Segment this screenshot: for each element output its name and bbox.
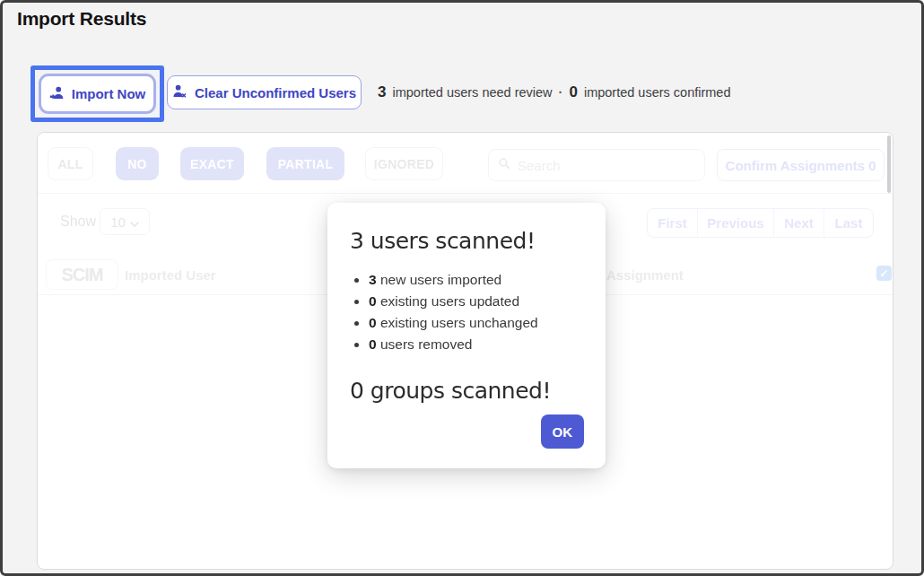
panel-scrollbar[interactable] xyxy=(887,135,891,193)
removed-users-text: users removed xyxy=(380,336,473,352)
need-review-text: imported users need review xyxy=(392,85,552,100)
page-size-value: 10 xyxy=(110,214,126,230)
import-now-button[interactable]: Import Now xyxy=(39,74,156,114)
import-results-page: Import Results Import Now Clear Unconfir… xyxy=(0,0,924,576)
need-review-count: 3 xyxy=(378,83,386,101)
confirm-assignments-button[interactable]: Confirm Assignments 0 xyxy=(717,149,885,181)
page-title: Import Results xyxy=(17,8,146,30)
unchanged-users-text: existing users unchanged xyxy=(380,315,538,330)
list-item: 0 existing users unchanged xyxy=(369,312,583,334)
import-now-label: Import Now xyxy=(72,86,146,101)
pagination-last-button[interactable]: Last xyxy=(824,209,873,237)
show-label: Show xyxy=(60,214,96,230)
search-box xyxy=(488,149,705,181)
filter-all[interactable]: ALL xyxy=(48,147,93,180)
list-item: 0 existing users updated xyxy=(369,291,583,312)
filter-partial[interactable]: PARTIAL xyxy=(266,147,344,180)
user-remove-icon xyxy=(172,83,187,101)
filter-no[interactable]: NO xyxy=(116,147,159,180)
filter-ignored[interactable]: IGNORED xyxy=(365,147,443,180)
scim-logo: SCIM xyxy=(46,259,118,290)
unchanged-users-count: 0 xyxy=(369,315,377,330)
toolbar-divider xyxy=(38,193,893,194)
removed-users-count: 0 xyxy=(369,336,377,352)
chevron-down-icon xyxy=(130,214,139,230)
checkmark-icon: ✓ xyxy=(879,267,888,280)
groups-scanned-heading: 0 groups scanned! xyxy=(350,378,583,404)
users-scanned-heading: 3 users scanned! xyxy=(350,228,583,254)
column-header-assignment: Assignment xyxy=(606,267,684,283)
search-icon xyxy=(498,157,510,173)
pagination-next-button[interactable]: Next xyxy=(773,209,824,237)
import-status-line: 3 imported users need review · 0 importe… xyxy=(378,80,731,105)
page-size-select[interactable]: 10 xyxy=(100,208,150,235)
status-separator: · xyxy=(559,85,563,100)
scan-results-modal: 3 users scanned! 3 new users imported 0 … xyxy=(327,203,606,468)
pagination-previous-button[interactable]: Previous xyxy=(697,209,773,237)
confirmed-text: imported users confirmed xyxy=(584,85,731,100)
user-import-icon xyxy=(49,85,65,103)
pagination: First Previous Next Last xyxy=(647,208,874,238)
list-item: 3 new users imported xyxy=(369,269,583,291)
scan-summary-list: 3 new users imported 0 existing users up… xyxy=(369,269,583,355)
new-users-text: new users imported xyxy=(380,272,501,287)
updated-users-text: existing users updated xyxy=(380,293,519,309)
select-all-checkbox[interactable]: ✓ xyxy=(876,266,892,281)
clear-unconfirmed-button[interactable]: Clear Unconfirmed Users xyxy=(167,75,362,109)
list-item: 0 users removed xyxy=(369,334,583,355)
column-header-imported-user: Imported User xyxy=(125,267,216,283)
pagination-first-button[interactable]: First xyxy=(648,209,697,237)
new-users-count: 3 xyxy=(369,272,377,287)
confirmed-count: 0 xyxy=(569,83,577,101)
search-input[interactable] xyxy=(518,158,695,173)
ok-button[interactable]: OK xyxy=(541,415,585,449)
updated-users-count: 0 xyxy=(369,293,377,309)
filter-exact[interactable]: EXACT xyxy=(180,147,244,180)
clear-unconfirmed-label: Clear Unconfirmed Users xyxy=(195,85,356,100)
